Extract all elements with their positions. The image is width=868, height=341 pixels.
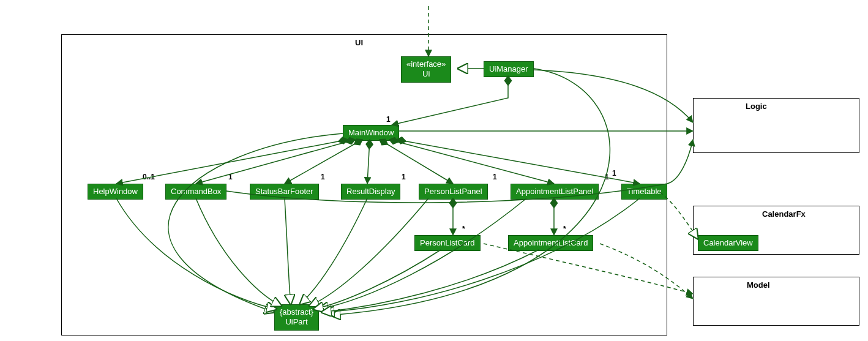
stereotype-abstract: {abstract}: [280, 307, 313, 317]
package-ui-label: UI: [355, 38, 363, 47]
mult-personlistpanel: 1: [493, 173, 497, 181]
class-help-window: HelpWindow: [88, 184, 143, 200]
class-command-box: CommandBox: [165, 184, 226, 200]
class-appointment-list-panel: AppointmentListPanel: [511, 184, 599, 200]
class-main-window: MainWindow: [343, 125, 399, 141]
mult-resultdisplay: 1: [402, 173, 406, 181]
package-model: [693, 277, 859, 326]
class-ui-interface: «interface» Ui: [401, 56, 451, 83]
class-status-bar-footer: StatusBarFooter: [250, 184, 319, 200]
mult-appointmentlistcard: *: [563, 225, 566, 233]
class-appointment-list-card: AppointmentListCard: [508, 235, 593, 251]
package-calendarfx-label: CalendarFx: [762, 209, 806, 219]
class-ui-name: Ui: [406, 69, 446, 79]
stereotype-interface: «interface»: [406, 59, 446, 69]
class-person-list-card: PersonListCard: [414, 235, 481, 251]
uml-class-diagram: UI Logic CalendarFx Model «interface» Ui…: [0, 0, 868, 341]
package-model-label: Model: [747, 280, 770, 290]
mult-helpwindow: 0..1: [143, 173, 155, 181]
class-calendar-view: CalendarView: [698, 235, 758, 251]
mult-statusbar: 1: [321, 173, 325, 181]
package-logic-label: Logic: [746, 102, 767, 111]
class-ui-part-name: UiPart: [280, 317, 313, 327]
class-ui-part: {abstract} UiPart: [274, 304, 319, 331]
package-logic: [693, 98, 859, 153]
mult-mainwindow: 1: [386, 115, 391, 124]
mult-appointmentlistpanel: 1: [605, 173, 609, 181]
mult-timetable: 1: [612, 169, 616, 178]
mult-personlistcard: *: [462, 225, 465, 233]
class-ui-manager: UiManager: [484, 61, 534, 77]
class-person-list-panel: PersonListPanel: [419, 184, 488, 200]
mult-commandbox: 1: [228, 173, 233, 181]
class-timetable: Timetable: [621, 184, 667, 200]
class-result-display: ResultDisplay: [341, 184, 400, 200]
